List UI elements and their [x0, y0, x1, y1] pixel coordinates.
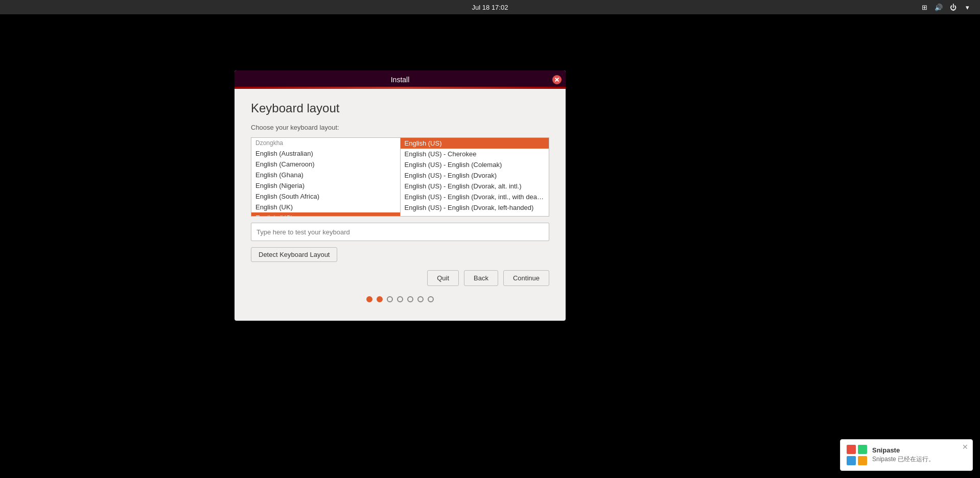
system-bar-icons: ⊞ 🔊 ⏻ ▾ [920, 3, 972, 12]
titlebar-stripe [235, 87, 566, 89]
progress-dot-6 [417, 296, 424, 302]
language-list[interactable]: Dzongkha English (Australian) English (C… [251, 137, 400, 217]
list-item[interactable]: English (UK) [251, 202, 400, 212]
system-bar-datetime: Jul 18 17:02 [472, 4, 508, 11]
layout-item[interactable]: English (US) - Cherokee [401, 149, 549, 159]
menu-icon[interactable]: ▾ [963, 3, 972, 12]
snipaste-notification: Snipaste Snipaste 已经在运行。 ✕ [840, 439, 973, 471]
snipaste-text-block: Snipaste Snipaste 已经在运行。 [872, 446, 966, 464]
layout-item-selected[interactable]: English (US) [401, 138, 549, 149]
continue-button[interactable]: Continue [503, 270, 549, 286]
progress-dot-2 [377, 296, 383, 302]
progress-dot-5 [407, 296, 413, 302]
list-item[interactable]: English (Australian) [251, 148, 400, 159]
page-title: Keyboard layout [251, 101, 549, 115]
progress-dot-4 [397, 296, 403, 302]
svg-rect-0 [847, 445, 856, 454]
quit-button[interactable]: Quit [427, 270, 459, 286]
layout-item[interactable]: English (US) - English (Dvorak, alt. int… [401, 181, 549, 192]
installer-window: Install Keyboard layout Choose your keyb… [235, 70, 566, 321]
list-item[interactable]: English (Cameroon) [251, 159, 400, 170]
detect-keyboard-button[interactable]: Detect Keyboard Layout [251, 247, 337, 262]
snipaste-logo-icon [847, 445, 867, 465]
list-item[interactable]: English (South Africa) [251, 191, 400, 202]
layout-item[interactable]: English (US) - English (Dvorak) [401, 170, 549, 181]
window-title: Install [391, 76, 410, 84]
svg-rect-3 [858, 456, 867, 465]
snipaste-close-button[interactable]: ✕ [962, 443, 968, 451]
back-button[interactable]: Back [464, 270, 498, 286]
progress-dots [251, 296, 549, 302]
keyboard-test-input[interactable] [251, 223, 549, 241]
snipaste-app-name: Snipaste [872, 446, 900, 454]
layout-item[interactable]: English (US) - English (Colemak) [401, 159, 549, 170]
list-item[interactable]: English (Nigeria) [251, 180, 400, 191]
layout-list[interactable]: English (US) English (US) - Cherokee Eng… [400, 137, 550, 217]
list-item[interactable]: English (Ghana) [251, 170, 400, 180]
layout-item[interactable]: English (US) - English (Dvorak, left-han… [401, 202, 549, 213]
progress-dot-7 [428, 296, 434, 302]
window-titlebar: Install [235, 70, 566, 89]
subtitle: Choose your keyboard layout: [251, 124, 549, 131]
list-item-selected[interactable]: English (US) [251, 212, 400, 217]
power-icon[interactable]: ⏻ [948, 3, 958, 12]
layout-item[interactable]: English (US) - English (Dvorak, right-ha… [401, 213, 549, 217]
window-content: Keyboard layout Choose your keyboard lay… [235, 89, 566, 319]
layout-item[interactable]: English (US) - English (Dvorak, intl., w… [401, 192, 549, 202]
keyboard-lists: Dzongkha English (Australian) English (C… [251, 137, 549, 217]
volume-icon[interactable]: 🔊 [934, 3, 943, 12]
svg-rect-1 [858, 445, 867, 454]
network-icon[interactable]: ⊞ [920, 3, 929, 12]
system-bar: Jul 18 17:02 ⊞ 🔊 ⏻ ▾ [0, 0, 980, 14]
snipaste-message: Snipaste 已经在运行。 [872, 455, 966, 464]
progress-dot-3 [387, 296, 393, 302]
list-item[interactable]: Dzongkha [251, 138, 400, 148]
svg-rect-2 [847, 456, 856, 465]
progress-dot-1 [366, 296, 372, 302]
bottom-buttons: Quit Back Continue [251, 270, 549, 286]
window-close-button[interactable] [552, 75, 562, 84]
